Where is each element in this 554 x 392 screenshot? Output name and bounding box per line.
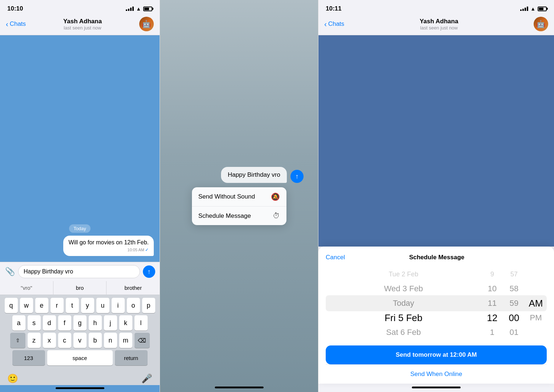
read-checkmark: ✓ bbox=[145, 247, 149, 252]
send-button-1[interactable]: ↑ bbox=[143, 265, 155, 278]
key-y[interactable]: y bbox=[81, 298, 94, 313]
avatar-1[interactable]: 🤖 bbox=[139, 17, 154, 31]
date-badge-1: Today bbox=[69, 224, 91, 233]
message-bubble-1: Will go for movies on 12th Feb. 10:05 AM… bbox=[63, 236, 154, 256]
status-time-1: 10:10 bbox=[7, 5, 23, 12]
autocomplete-brother[interactable]: brother bbox=[107, 281, 160, 295]
datetime-picker[interactable]: Tue 2 Feb Wed 3 Feb Today Fri 5 Feb Sat … bbox=[326, 267, 547, 340]
key-i[interactable]: i bbox=[112, 298, 125, 313]
key-j[interactable]: j bbox=[104, 315, 117, 331]
key-d[interactable]: d bbox=[43, 315, 56, 331]
key-p[interactable]: p bbox=[142, 298, 155, 313]
picker-days[interactable]: Tue 2 Feb Wed 3 Feb Today Fri 5 Feb Sat … bbox=[326, 267, 481, 340]
home-indicator-1 bbox=[56, 387, 104, 389]
autocomplete-bro[interactable]: bro bbox=[53, 281, 107, 295]
schedule-icon: ⏱ bbox=[273, 212, 280, 220]
picker-min-0: 57 bbox=[509, 267, 519, 281]
screen3: 10:11 ▲ ‹ Chats Yash Adhana last seen ju… bbox=[318, 0, 554, 392]
emoji-mic-row: 🙂 🎤 bbox=[0, 371, 160, 385]
status-bar-1: 10:10 ▲ bbox=[0, 0, 160, 14]
key-e[interactable]: e bbox=[35, 298, 48, 313]
key-v[interactable]: v bbox=[73, 333, 87, 348]
key-f[interactable]: f bbox=[58, 315, 71, 331]
picker-day-2: Today bbox=[384, 296, 423, 311]
key-backspace[interactable]: ⌫ bbox=[135, 333, 150, 348]
key-b[interactable]: b bbox=[89, 333, 102, 348]
message-time-1: 10:05 AM bbox=[128, 248, 144, 252]
key-k[interactable]: k bbox=[119, 315, 132, 331]
send-button-2[interactable]: ↑ bbox=[290, 170, 304, 183]
menu-item-schedule-label: Schedule Message bbox=[198, 212, 251, 220]
status-time-3: 10:11 bbox=[326, 5, 341, 12]
message-input-1[interactable]: Happy Birthday vro bbox=[18, 265, 140, 278]
screen2-content: Happy Birthday vro ↑ Send Without Sound … bbox=[160, 167, 318, 225]
attach-button[interactable]: 📎 bbox=[4, 266, 15, 277]
nav-center-3: Yash Adhana last seen just now bbox=[419, 18, 458, 31]
picker-day-1: Wed 3 Feb bbox=[384, 281, 423, 296]
picker-min-4: 01 bbox=[509, 325, 519, 340]
key-space[interactable]: space bbox=[47, 350, 113, 365]
key-c[interactable]: c bbox=[58, 333, 71, 348]
key-s[interactable]: s bbox=[28, 315, 41, 331]
battery-icon bbox=[143, 7, 152, 11]
key-g[interactable]: g bbox=[73, 315, 87, 331]
picker-minutes[interactable]: 57 58 59 00 01 02 03 bbox=[503, 267, 525, 340]
avatar-3[interactable]: 🤖 bbox=[534, 17, 548, 31]
context-menu: Send Without Sound 🔕 Schedule Message ⏱ bbox=[192, 187, 286, 225]
key-m[interactable]: m bbox=[119, 333, 132, 348]
menu-item-schedule[interactable]: Schedule Message ⏱ bbox=[192, 207, 286, 225]
message-meta-1: 10:05 AM ✓ bbox=[68, 247, 149, 252]
picker-ampm[interactable]: AM PM bbox=[525, 267, 547, 340]
status-bar-3: 10:11 ▲ bbox=[318, 0, 554, 14]
send-icon-1: ↑ bbox=[148, 268, 151, 276]
chat-background-3 bbox=[318, 35, 554, 247]
battery-icon-3 bbox=[538, 7, 547, 11]
menu-item-sound[interactable]: Send Without Sound 🔕 bbox=[192, 187, 286, 207]
picker-hour-3: 12 bbox=[487, 311, 498, 325]
mic-icon[interactable]: 🎤 bbox=[141, 373, 152, 384]
picker-day-0: Tue 2 Feb bbox=[384, 267, 423, 281]
chevron-left-icon: ‹ bbox=[6, 20, 8, 28]
chat-area-1: Today Will go for movies on 12th Feb. 10… bbox=[0, 35, 160, 262]
picker-min-2: 59 bbox=[509, 296, 519, 311]
key-t[interactable]: t bbox=[66, 298, 79, 313]
key-n[interactable]: n bbox=[104, 333, 117, 348]
emoji-icon[interactable]: 🙂 bbox=[7, 373, 18, 384]
key-w[interactable]: w bbox=[20, 298, 33, 313]
key-o[interactable]: o bbox=[127, 298, 140, 313]
chevron-left-icon-3: ‹ bbox=[324, 20, 327, 28]
schedule-title: Schedule Message bbox=[409, 254, 464, 261]
autocomplete-vro[interactable]: "vro" bbox=[0, 281, 53, 295]
nav-bar-1: ‹ Chats Yash Adhana last seen just now 🤖 bbox=[0, 14, 160, 35]
back-button-1[interactable]: ‹ Chats bbox=[6, 20, 26, 28]
message-text-1: Will go for movies on 12th Feb. bbox=[68, 239, 149, 245]
send-when-online-button[interactable]: Send When Online bbox=[326, 364, 547, 384]
picker-hour-1: 10 bbox=[487, 281, 498, 296]
picker-day-3: Fri 5 Feb bbox=[384, 311, 423, 325]
key-return[interactable]: return bbox=[115, 350, 148, 365]
picker-min-1: 58 bbox=[509, 281, 519, 296]
status-icons-3: ▲ bbox=[520, 6, 547, 12]
back-label-3: Chats bbox=[328, 20, 344, 28]
cancel-button[interactable]: Cancel bbox=[326, 254, 345, 261]
picker-hour-4: 1 bbox=[487, 325, 498, 340]
key-123[interactable]: 123 bbox=[12, 350, 45, 365]
key-l[interactable]: l bbox=[135, 315, 148, 331]
key-shift[interactable]: ⇧ bbox=[10, 333, 25, 348]
message-bubble-2: Happy Birthday vro bbox=[221, 167, 287, 183]
keyboard-row-2: a s d f g h j k l bbox=[2, 315, 157, 331]
key-a[interactable]: a bbox=[12, 315, 25, 331]
picker-hours[interactable]: 9 10 11 12 1 2 3 bbox=[481, 267, 503, 340]
input-area-1: 📎 Happy Birthday vro ↑ bbox=[0, 262, 160, 281]
key-h[interactable]: h bbox=[89, 315, 102, 331]
keyboard: q w e r t y u i o p a s d f g h j k l ⇧ … bbox=[0, 295, 160, 371]
schedule-send-button[interactable]: Send tomorrow at 12:00 AM bbox=[326, 345, 547, 364]
back-button-3[interactable]: ‹ Chats bbox=[324, 20, 344, 28]
home-indicator-3 bbox=[412, 387, 461, 388]
key-z[interactable]: z bbox=[28, 333, 41, 348]
key-u[interactable]: u bbox=[96, 298, 109, 313]
key-r[interactable]: r bbox=[51, 298, 64, 313]
key-q[interactable]: q bbox=[5, 298, 18, 313]
picker-hour-0: 9 bbox=[487, 267, 498, 281]
key-x[interactable]: x bbox=[43, 333, 56, 348]
